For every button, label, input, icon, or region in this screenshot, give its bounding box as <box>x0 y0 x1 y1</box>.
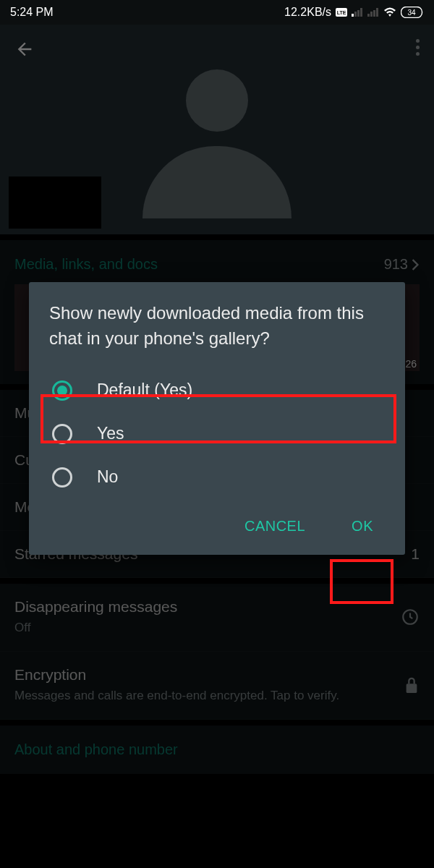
svg-rect-3 <box>354 12 357 17</box>
signal-icon <box>352 8 363 17</box>
svg-rect-5 <box>360 8 362 17</box>
svg-rect-2 <box>352 14 354 17</box>
svg-rect-6 <box>367 14 370 17</box>
svg-rect-7 <box>370 12 373 17</box>
highlight-box <box>330 559 393 604</box>
radio-unchecked-icon <box>52 467 72 488</box>
svg-text:34: 34 <box>407 9 416 17</box>
dialog-actions: CANCEL OK <box>49 512 385 540</box>
signal2-icon <box>367 8 379 17</box>
status-time: 5:24 PM <box>10 6 54 19</box>
svg-rect-4 <box>357 10 359 17</box>
highlight-box <box>41 394 396 443</box>
battery-icon: 34 <box>401 7 424 18</box>
status-speed: 12.2KB/s <box>284 6 331 19</box>
volte-icon: LTE <box>336 8 347 17</box>
svg-rect-8 <box>373 10 375 17</box>
option-label: No <box>97 467 118 487</box>
dialog-title: Show newly downloaded media from this ch… <box>49 301 385 352</box>
svg-rect-9 <box>376 8 378 17</box>
wifi-icon <box>383 7 396 17</box>
status-right: 12.2KB/s LTE 34 <box>284 6 424 19</box>
ok-button[interactable]: OK <box>344 512 380 540</box>
cancel-button[interactable]: CANCEL <box>237 512 312 540</box>
svg-text:LTE: LTE <box>337 10 346 15</box>
statusbar: 5:24 PM 12.2KB/s LTE 34 <box>0 0 434 25</box>
option-no[interactable]: No <box>49 456 385 499</box>
